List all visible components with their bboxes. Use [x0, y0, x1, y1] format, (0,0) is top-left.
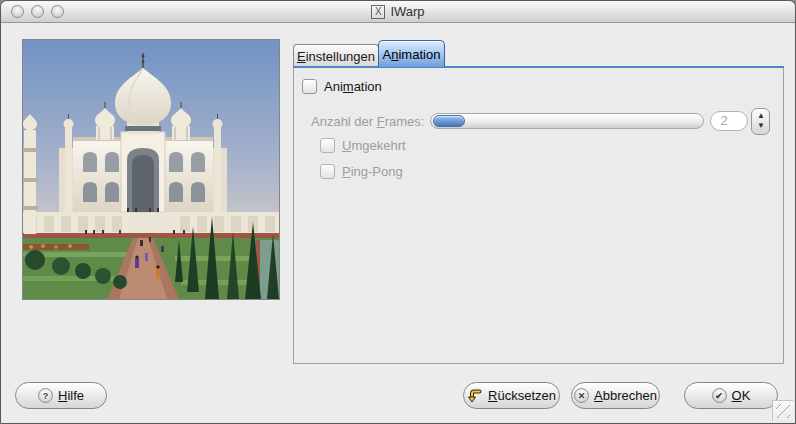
help-icon: ?: [38, 388, 53, 403]
cancel-button[interactable]: ✕ Abbrechen: [571, 382, 660, 409]
frames-slider[interactable]: [430, 113, 704, 129]
reset-button-label: Rücksetzen: [488, 388, 556, 403]
umgekehrt-checkbox-label: Umgekehrt: [342, 138, 406, 153]
frames-value-field[interactable]: 2: [710, 111, 748, 131]
window-title: IWarp: [390, 4, 424, 19]
image-preview[interactable]: [22, 39, 280, 300]
frames-slider-handle[interactable]: [433, 115, 465, 127]
resize-grip[interactable]: [772, 400, 793, 421]
help-button-label: Hilfe: [58, 388, 84, 403]
reset-button[interactable]: Rücksetzen: [463, 382, 560, 409]
revert-icon: [467, 388, 483, 404]
cancel-button-label: Abbrechen: [594, 388, 657, 403]
title-area: X IWarp: [1, 1, 795, 22]
taj-mahal-preview-image: [23, 40, 279, 299]
frames-label: Anzahl der Frames:: [311, 114, 424, 129]
ping-pong-checkbox[interactable]: [320, 164, 335, 179]
help-button[interactable]: ? Hilfe: [15, 382, 107, 409]
spinner-down-icon[interactable]: ▼: [757, 121, 765, 131]
titlebar[interactable]: X IWarp: [1, 1, 795, 23]
iwarp-dialog: X IWarp: [0, 0, 796, 424]
animation-checkbox[interactable]: [302, 79, 317, 94]
spinner-up-icon[interactable]: ▲: [757, 111, 765, 121]
cancel-icon: ✕: [574, 388, 589, 403]
animation-tab-panel: Animation Anzahl der Frames: 2 ▲ ▼ Umgek…: [293, 68, 784, 364]
animation-checkbox-label[interactable]: Animation: [324, 79, 382, 94]
tab-einstellungen-label: Einstellungen: [297, 49, 375, 64]
ok-button-label: OK: [732, 388, 751, 403]
x11-app-icon: X: [371, 5, 385, 19]
ok-icon: ✔: [712, 388, 727, 403]
tab-animation[interactable]: Animation: [378, 40, 445, 67]
tab-accent-line: [293, 66, 784, 68]
frames-spinner[interactable]: ▲ ▼: [751, 108, 770, 135]
umgekehrt-checkbox[interactable]: [320, 138, 335, 153]
ok-button[interactable]: ✔ OK: [684, 382, 778, 409]
ping-pong-checkbox-label: Ping-Pong: [342, 164, 403, 179]
tab-animation-label: Animation: [383, 47, 441, 62]
tab-einstellungen[interactable]: Einstellungen: [293, 44, 379, 67]
